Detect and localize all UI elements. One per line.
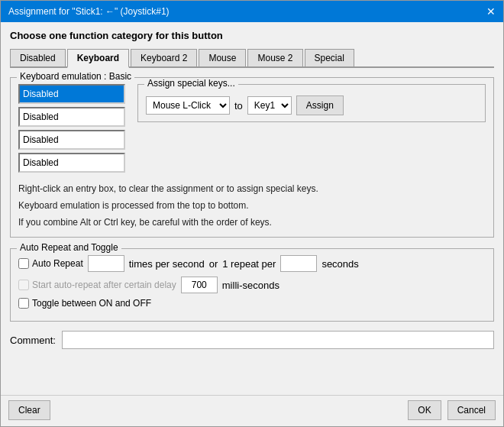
keyboard-emulation-group: Keyboard emulation : Basic Disabled Disa… (10, 77, 494, 238)
assign-row: Mouse L-Click Mouse R-Click Mouse M-Clic… (146, 95, 477, 115)
tab-keyboard2[interactable]: Keyboard 2 (131, 49, 197, 66)
comment-row: Comment: (10, 331, 494, 349)
window-body: Choose one function category for this bu… (1, 22, 503, 392)
bottom-bar: Clear OK Cancel (1, 395, 503, 426)
entry-box-3[interactable]: Disabled (18, 130, 125, 150)
tab-special[interactable]: Special (305, 49, 354, 66)
title-bar: Assignment for "Stick1: ←" (Joystick#1) … (1, 1, 503, 22)
bottom-right-buttons: OK Cancel (408, 400, 496, 420)
delay-value-input[interactable] (181, 277, 218, 293)
entry-list: Disabled Disabled Disabled Disabled (18, 84, 125, 173)
entry-box-1[interactable]: Disabled (18, 84, 125, 104)
entry-box-4[interactable]: Disabled (18, 153, 125, 173)
start-delay-row: Start auto-repeat after certain delay mi… (18, 277, 486, 293)
info-section: Right-click an entry box, to clear the a… (18, 182, 486, 229)
cancel-button[interactable]: Cancel (447, 400, 496, 420)
tab-mouse2[interactable]: Mouse 2 (247, 49, 302, 66)
toggle-checkbox-label[interactable]: Toggle between ON and OFF (18, 298, 151, 309)
window-title: Assignment for "Stick1: ←" (Joystick#1) (8, 6, 170, 17)
toggle-row: Toggle between ON and OFF (18, 298, 486, 309)
times-per-second-input[interactable] (88, 255, 124, 272)
close-icon[interactable]: ✕ (486, 5, 496, 18)
clear-button[interactable]: Clear (8, 400, 50, 420)
start-delay-label-text: Start auto-repeat after certain delay (32, 280, 176, 290)
or-label: or (209, 258, 218, 270)
comment-label: Comment: (10, 335, 56, 346)
entry-box-2[interactable]: Disabled (18, 107, 125, 127)
to-label: to (234, 100, 243, 112)
page-title: Choose one function category for this bu… (10, 30, 494, 41)
auto-repeat-checkbox[interactable] (18, 258, 29, 269)
repeat-count-label: 1 repeat per (222, 258, 276, 270)
auto-repeat-label-text: Auto Repeat (32, 258, 83, 269)
assign-button[interactable]: Assign (296, 95, 344, 115)
start-delay-checkbox[interactable] (18, 280, 29, 290)
tab-keyboard[interactable]: Keyboard (67, 49, 129, 68)
tab-bar: Disabled Keyboard Keyboard 2 Mouse Mouse… (10, 49, 494, 68)
info-line-2: Keyboard emulation is processed from the… (18, 199, 486, 212)
keyboard-group-label: Keyboard emulation : Basic (17, 71, 134, 82)
toggle-checkbox[interactable] (18, 298, 29, 309)
auto-repeat-group: Auto Repeat and Toggle Auto Repeat times… (10, 248, 494, 322)
main-window: Assignment for "Stick1: ←" (Joystick#1) … (0, 0, 504, 427)
start-delay-label[interactable]: Start auto-repeat after certain delay (18, 280, 176, 290)
times-per-second-label: times per second (129, 258, 205, 270)
auto-repeat-row: Auto Repeat times per second or 1 repeat… (18, 255, 486, 272)
tab-mouse[interactable]: Mouse (199, 49, 246, 66)
toggle-label-text: Toggle between ON and OFF (32, 298, 151, 309)
special-key-dropdown2[interactable]: Key1 Key2 Key3 (247, 96, 292, 115)
special-key-dropdown1[interactable]: Mouse L-Click Mouse R-Click Mouse M-Clic… (146, 96, 230, 115)
milli-seconds-label: milli-seconds (222, 280, 279, 291)
info-line-3: If you combine Alt or Ctrl key, be caref… (18, 215, 486, 229)
repeat-per-input[interactable] (280, 255, 317, 272)
ok-button[interactable]: OK (408, 400, 441, 420)
seconds-label: seconds (321, 258, 358, 270)
auto-repeat-group-label: Auto Repeat and Toggle (17, 242, 121, 253)
assign-special-group: Assign special keys... Mouse L-Click Mou… (137, 84, 486, 122)
auto-repeat-checkbox-label[interactable]: Auto Repeat (18, 258, 83, 269)
info-line-1: Right-click an entry box, to clear the a… (18, 182, 486, 196)
tab-disabled[interactable]: Disabled (10, 49, 66, 66)
comment-input[interactable] (62, 331, 494, 349)
assign-special-label: Assign special keys... (144, 78, 238, 89)
keyboard-section: Disabled Disabled Disabled Disabled Assi… (18, 84, 486, 173)
